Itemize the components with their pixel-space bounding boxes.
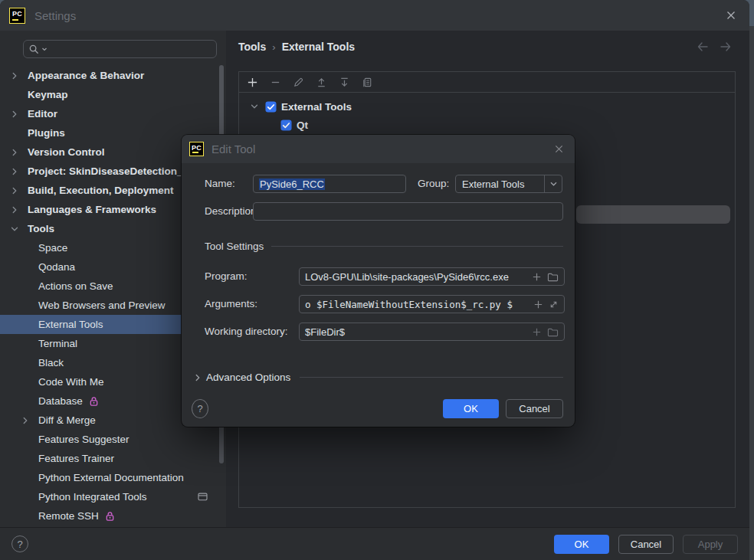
breadcrumb-separator: › (272, 41, 275, 53)
search-history-chevron-icon (41, 46, 48, 52)
breadcrumb-item-tools[interactable]: Tools (238, 41, 266, 53)
cancel-button[interactable]: Cancel (618, 535, 674, 554)
sidebar-item-python-external-documentation[interactable]: Python External Documentation (0, 468, 226, 487)
sidebar-item-remote-ssh[interactable]: Remote SSH (0, 506, 226, 526)
apply-button[interactable]: Apply (683, 535, 738, 554)
section-divider (300, 377, 563, 378)
sidebar-item-label: Diff & Merge (38, 414, 96, 426)
description-label: Description: (205, 205, 259, 217)
sidebar-item-label: Languages & Frameworks (28, 204, 156, 215)
chevron-right-icon[interactable] (9, 147, 28, 158)
breadcrumb-item-external-tools: External Tools (282, 41, 355, 53)
tree-item-label: External Tools (281, 101, 352, 113)
sidebar-item-features-suggester[interactable]: Features Suggester (0, 430, 226, 449)
insert-macro-plus-icon[interactable] (532, 272, 542, 282)
help-button[interactable]: ? (11, 535, 28, 552)
move-up-icon[interactable] (314, 75, 328, 89)
browse-folder-icon[interactable] (547, 272, 559, 282)
chevron-right-icon (192, 372, 203, 383)
checkbox-checked[interactable] (280, 120, 292, 131)
arguments-label: Arguments: (205, 298, 257, 309)
chevron-right-icon[interactable] (9, 166, 28, 177)
sidebar-item-label: Python Integrated Tools (38, 491, 147, 503)
remove-icon[interactable] (268, 75, 282, 89)
forward-arrow-icon[interactable] (719, 41, 733, 55)
search-icon (28, 44, 40, 55)
sidebar-item-editor[interactable]: Editor (0, 104, 226, 123)
program-label: Program: (205, 270, 248, 282)
sidebar-item-keymap[interactable]: Keymap (0, 85, 226, 104)
sidebar-item-label: Terminal (38, 338, 77, 349)
chevron-right-icon[interactable] (20, 415, 38, 426)
tool-settings-section-header: Tool Settings (205, 241, 563, 252)
sidebar-item-label: Keymap (28, 89, 68, 100)
chevron-right-icon[interactable] (9, 109, 28, 120)
edit-tool-dialog: PC Edit Tool Name: PySide6_RCC Group: Ex… (182, 135, 575, 427)
insert-macro-plus-icon[interactable] (532, 327, 542, 337)
edit-icon[interactable] (291, 75, 305, 89)
program-field[interactable]: LOv8-GPU\Lib\site-packages\PySide6\rcc.e… (299, 267, 565, 286)
chevron-down-icon[interactable] (544, 175, 562, 192)
close-icon[interactable] (722, 6, 740, 25)
advanced-options-label: Advanced Options (206, 372, 290, 383)
back-arrow-icon[interactable] (696, 41, 710, 55)
sidebar-item-label: Features Trainer (38, 453, 114, 464)
chevron-right-icon[interactable] (9, 185, 28, 196)
working-directory-field[interactable]: $FileDir$ (299, 323, 565, 341)
project-level-icon (198, 493, 208, 501)
tree-item-label: Qt (297, 120, 308, 131)
program-field-value: LOv8-GPU\Lib\site-packages\PySide6\rcc.e… (305, 271, 526, 283)
lock-icon (89, 396, 99, 407)
search-input[interactable] (23, 40, 217, 58)
add-icon[interactable] (245, 75, 259, 89)
group-select[interactable]: External Tools (455, 175, 562, 193)
dialog-title: Edit Tool (211, 142, 255, 156)
pycharm-logo-text: PC (192, 145, 202, 152)
chevron-right-icon[interactable] (9, 205, 28, 215)
checkbox-checked[interactable] (265, 101, 277, 113)
chevron-down-icon[interactable] (248, 101, 261, 112)
ok-button[interactable]: OK (554, 535, 609, 554)
sidebar-item-label: Web Browsers and Preview (38, 300, 166, 311)
dialog-close-icon[interactable] (550, 141, 567, 158)
settings-titlebar: PC Settings (0, 0, 749, 31)
sidebar-item-python-integrated-tools[interactable]: Python Integrated Tools (0, 487, 226, 506)
dialog-ok-button[interactable]: OK (443, 399, 499, 418)
selected-row-highlight (576, 205, 730, 224)
move-down-icon[interactable] (337, 75, 351, 89)
help-button[interactable]: ? (192, 399, 208, 418)
sidebar-item-features-trainer[interactable]: Features Trainer (0, 449, 226, 468)
chevron-right-icon[interactable] (9, 70, 28, 81)
sidebar-item-label: Version Control (28, 146, 105, 158)
tree-item-external-tools[interactable]: External Tools (239, 97, 735, 116)
sidebar-item-label: Actions on Save (38, 280, 113, 292)
browse-folder-icon[interactable] (547, 327, 559, 337)
working-directory-field-value: $FileDir$ (305, 326, 526, 338)
name-field[interactable]: PySide6_RCC (253, 175, 406, 193)
lock-icon (105, 511, 115, 522)
pycharm-logo-icon: PC (9, 8, 25, 24)
chevron-down-icon[interactable] (9, 224, 28, 234)
duplicate-icon[interactable] (360, 75, 374, 89)
tree-item-qt[interactable]: Qt (239, 116, 735, 134)
sidebar-item-label: Plugins (28, 127, 65, 139)
name-label: Name: (205, 178, 235, 189)
sidebar-item-label: Database (38, 395, 83, 407)
section-divider (271, 246, 563, 247)
tool-settings-title: Tool Settings (205, 241, 264, 252)
sidebar-item-label: Tools (28, 223, 54, 234)
sidebar-item-label: Editor (28, 108, 57, 120)
sidebar-item-label: Features Suggester (38, 434, 129, 445)
description-field[interactable] (253, 202, 563, 221)
expand-field-icon[interactable] (549, 300, 559, 309)
sidebar-item-appearance-behavior[interactable]: Appearance & Behavior (0, 66, 226, 85)
arguments-field[interactable]: o $FileNameWithoutExtension$_rc.py $ (299, 295, 565, 313)
sidebar-item-label: Qodana (38, 261, 75, 273)
dialog-cancel-button[interactable]: Cancel (506, 399, 563, 418)
advanced-options-toggle[interactable]: Advanced Options (192, 372, 563, 383)
edit-tool-titlebar: PC Edit Tool (182, 135, 575, 163)
window-title: Settings (34, 9, 76, 22)
insert-macro-plus-icon[interactable] (533, 300, 543, 309)
working-directory-label: Working directory: (205, 326, 288, 337)
sidebar-item-label: Space (38, 242, 67, 254)
